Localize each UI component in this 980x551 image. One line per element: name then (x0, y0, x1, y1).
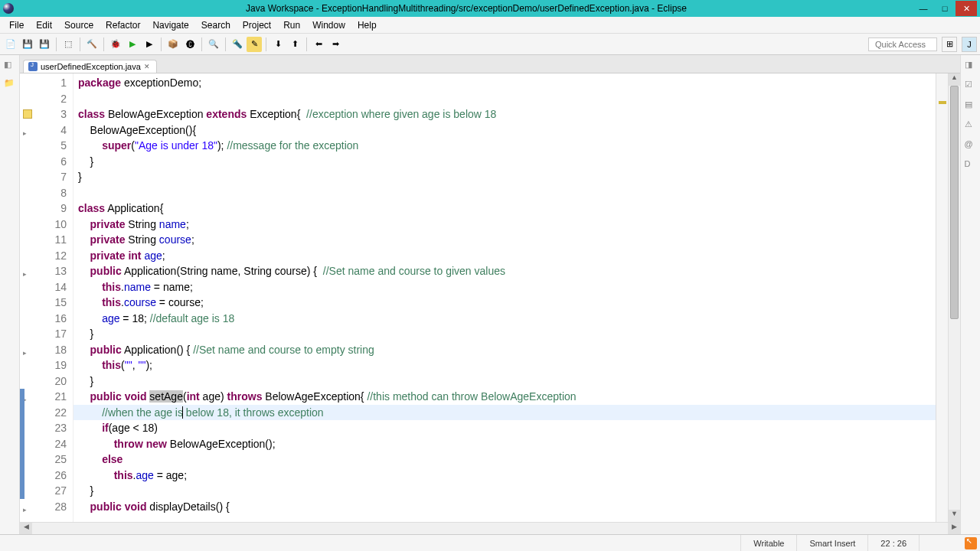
code-line-6[interactable]: } (74, 154, 936, 170)
code-line-11[interactable]: private String course; (74, 232, 936, 248)
new-class-button[interactable]: 🅒 (182, 37, 198, 52)
maximize-button[interactable]: □ (934, 1, 956, 16)
scroll-right-icon[interactable]: ▶ (948, 523, 960, 534)
right-trim: ◨ ☑ ▤ ⚠ @ D (960, 55, 980, 534)
code-line-20[interactable]: } (74, 373, 936, 390)
menu-bar: FileEditSourceRefactorNavigateSearchProj… (0, 17, 980, 34)
menu-search[interactable]: Search (195, 18, 237, 32)
menu-refactor[interactable]: Refactor (100, 18, 146, 32)
scroll-down-icon[interactable]: ▼ (949, 510, 960, 522)
code-line-17[interactable]: } (74, 326, 936, 342)
code-line-2[interactable] (74, 91, 936, 107)
open-type-button[interactable]: 🔍 (206, 37, 221, 52)
coverage-button[interactable]: ▶ (142, 37, 157, 52)
debug-button[interactable]: 🐞 (108, 37, 123, 52)
prev-annotation-button[interactable]: ⬆ (287, 37, 302, 52)
restore-right-icon[interactable]: ◨ (965, 60, 977, 72)
code-line-9[interactable]: class Application{ (74, 201, 936, 217)
window-title: Java Workspace - ExceptionHandlingMultit… (20, 3, 913, 14)
forward-button[interactable]: ➡ (328, 37, 343, 52)
menu-window[interactable]: Window (306, 18, 351, 32)
scroll-up-icon[interactable]: ▲ (949, 73, 960, 86)
code-line-1[interactable]: package exceptionDemo; (74, 75, 936, 91)
rss-icon[interactable] (965, 537, 977, 549)
code-line-22[interactable]: //when the age is below 18, it throws ex… (74, 405, 936, 421)
search-button[interactable]: 🔦 (230, 37, 245, 52)
main-area: ◧ 📁 userDefinedException.java ✕ 12345678… (0, 55, 980, 534)
restore-view-icon[interactable]: ◧ (4, 60, 16, 72)
main-toolbar: 📄 💾 💾 ⬚ 🔨 🐞 ▶ ▶ 📦 🅒 🔍 🔦 ✎ ⬇ ⬆ ⬅ ➡ ⊞ J (0, 34, 980, 55)
status-bar: Writable Smart Insert 22 : 26 (0, 534, 980, 551)
code-line-18[interactable]: public Application() { //Set name and co… (74, 342, 936, 358)
minimize-button[interactable]: — (913, 1, 934, 16)
run-button[interactable]: ▶ (125, 37, 140, 52)
problems-icon[interactable]: ⚠ (965, 119, 977, 132)
title-bar: Java Workspace - ExceptionHandlingMultit… (0, 0, 980, 17)
code-line-5[interactable]: super("Age is under 18"); //message for … (74, 138, 936, 154)
status-insert-mode: Smart Insert (796, 535, 867, 551)
back-button[interactable]: ⬅ (311, 37, 326, 52)
code-line-26[interactable]: this.age = age; (74, 468, 936, 484)
task-list-icon[interactable]: ☑ (965, 80, 977, 92)
code-line-19[interactable]: this("", ""); (74, 357, 936, 373)
code-line-3[interactable]: class BelowAgeException extends Exceptio… (74, 106, 936, 122)
menu-file[interactable]: File (3, 18, 30, 32)
menu-navigate[interactable]: Navigate (146, 18, 194, 32)
scrollbar-thumb[interactable] (950, 86, 959, 319)
code-line-23[interactable]: if(age < 18) (74, 420, 936, 436)
code-editor[interactable]: 1234567891011121314151617181920212223242… (20, 73, 960, 522)
menu-help[interactable]: Help (351, 18, 383, 32)
line-number-ruler: 1234567891011121314151617181920212223242… (20, 73, 74, 522)
code-line-24[interactable]: throw new BelowAgeException(); (74, 436, 936, 452)
next-annotation-button[interactable]: ⬇ (270, 37, 286, 52)
menu-source[interactable]: Source (58, 18, 100, 32)
javadoc-icon[interactable]: @ (965, 139, 977, 152)
code-line-10[interactable]: private String name; (74, 217, 936, 233)
editor-tabs: userDefinedException.java ✕ (20, 55, 960, 73)
status-cursor-position: 22 : 26 (867, 535, 919, 551)
java-file-icon (28, 62, 38, 71)
build-button[interactable]: 🔨 (84, 37, 100, 52)
code-line-7[interactable]: } (74, 169, 936, 185)
code-line-4[interactable]: BelowAgeException(){ (74, 122, 936, 139)
window-controls: — □ ✕ (913, 1, 977, 16)
package-explorer-icon[interactable]: 📁 (4, 78, 16, 90)
quick-access-input[interactable] (868, 37, 937, 51)
close-tab-icon[interactable]: ✕ (144, 63, 152, 70)
code-line-15[interactable]: this.course = course; (74, 295, 936, 311)
toggle-breadcrumb-button[interactable]: ⬚ (60, 37, 76, 52)
code-line-14[interactable]: this.name = name; (74, 279, 936, 295)
tab-userdefinedexception[interactable]: userDefinedException.java ✕ (23, 60, 157, 73)
outline-icon[interactable]: ▤ (965, 99, 977, 112)
close-button[interactable]: ✕ (956, 1, 977, 16)
status-writable: Writable (740, 535, 796, 551)
tab-label: userDefinedException.java (41, 62, 141, 71)
editor-area: userDefinedException.java ✕ 123456789101… (20, 55, 960, 534)
toggle-mark-button[interactable]: ✎ (247, 37, 262, 52)
eclipse-icon (3, 3, 14, 14)
code-line-28[interactable]: public void displayDetails() { (74, 499, 936, 515)
code-line-27[interactable]: } (74, 483, 936, 499)
java-perspective-button[interactable]: J (962, 37, 977, 52)
vertical-scrollbar[interactable]: ▲ ▼ (948, 73, 960, 522)
declaration-icon[interactable]: D (965, 159, 977, 171)
code-line-16[interactable]: age = 18; //default age is 18 (74, 311, 936, 327)
code-line-8[interactable] (74, 185, 936, 201)
new-package-button[interactable]: 📦 (165, 37, 181, 52)
menu-edit[interactable]: Edit (30, 18, 58, 32)
overview-ruler[interactable] (936, 73, 948, 522)
menu-run[interactable]: Run (277, 18, 306, 32)
code-line-13[interactable]: public Application(String name, String c… (74, 263, 936, 279)
code-line-12[interactable]: private int age; (74, 248, 936, 264)
code-content[interactable]: package exceptionDemo;class BelowAgeExce… (74, 73, 936, 522)
code-line-21[interactable]: public void setAge(int age) throws Below… (74, 389, 936, 405)
scroll-left-icon[interactable]: ◀ (20, 523, 32, 534)
save-all-button[interactable]: 💾 (37, 37, 52, 52)
left-trim: ◧ 📁 (0, 55, 20, 534)
new-button[interactable]: 📄 (3, 37, 18, 52)
open-perspective-button[interactable]: ⊞ (942, 37, 957, 52)
code-line-25[interactable]: else (74, 452, 936, 468)
save-button[interactable]: 💾 (20, 37, 35, 52)
menu-project[interactable]: Project (237, 18, 277, 32)
horizontal-scrollbar[interactable]: ◀ ▶ (20, 522, 960, 534)
